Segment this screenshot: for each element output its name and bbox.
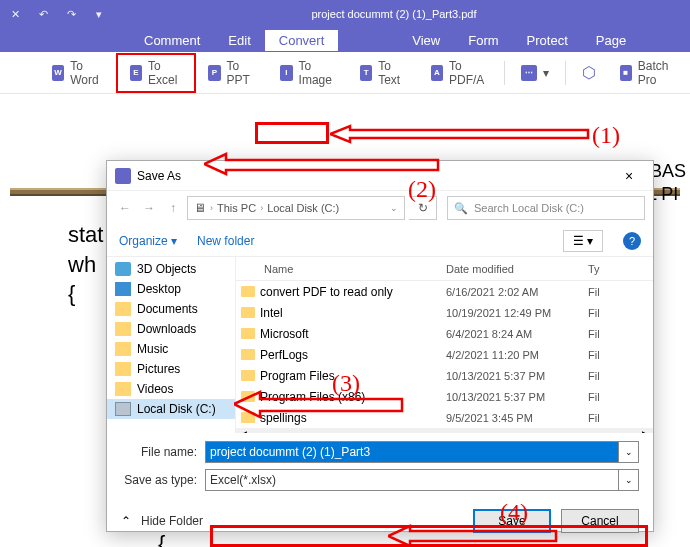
nav-back-button[interactable]: ← bbox=[115, 198, 135, 218]
menu-form[interactable]: Form bbox=[454, 30, 512, 51]
documents-icon bbox=[115, 302, 131, 316]
disk-icon bbox=[115, 402, 131, 416]
to-pdfa-button[interactable]: A To PDF/A bbox=[419, 55, 500, 91]
more-button[interactable]: ⋯▾ bbox=[509, 61, 561, 85]
view-options-button[interactable]: ☰ ▾ bbox=[563, 230, 603, 252]
file-list: Name Date modified Ty convert PDF to rea… bbox=[235, 257, 653, 433]
folder-icon bbox=[241, 286, 255, 297]
file-row[interactable]: PerfLogs4/2/2021 11:20 PMFil bbox=[236, 344, 653, 365]
hex-button[interactable]: ⬡ bbox=[570, 59, 608, 86]
sidebar-documents[interactable]: Documents bbox=[107, 299, 235, 319]
excel-icon: E bbox=[130, 65, 142, 81]
app-menu-icon[interactable]: ✕ bbox=[8, 7, 22, 21]
file-name: spellings bbox=[260, 411, 446, 425]
pc-icon: 🖥 bbox=[194, 201, 206, 215]
cancel-button[interactable]: Cancel bbox=[561, 509, 639, 533]
desktop-icon bbox=[115, 282, 131, 296]
breadcrumb[interactable]: 🖥 › This PC › Local Disk (C:) ⌄ bbox=[187, 196, 405, 220]
file-name: Program Files bbox=[260, 369, 446, 383]
sidebar-local-disk[interactable]: Local Disk (C:) bbox=[107, 399, 235, 419]
column-date[interactable]: Date modified bbox=[446, 263, 588, 275]
file-type: Fil bbox=[588, 328, 653, 340]
filename-input[interactable]: project docummt (2) (1)_Part3 bbox=[205, 441, 619, 463]
menu-convert[interactable]: Convert bbox=[265, 30, 339, 51]
nav-forward-button[interactable]: → bbox=[139, 198, 159, 218]
batch-button[interactable]: ■ Batch Pro bbox=[608, 55, 690, 91]
undo-icon[interactable]: ↶ bbox=[36, 7, 50, 21]
search-input[interactable]: 🔍 Search Local Disk (C:) bbox=[447, 196, 645, 220]
saveas-type-select[interactable]: Excel(*.xlsx) bbox=[205, 469, 619, 491]
sidebar-3d-objects[interactable]: 3D Objects bbox=[107, 259, 235, 279]
file-name: convert PDF to read only bbox=[260, 285, 446, 299]
save-button[interactable]: Save bbox=[473, 509, 551, 533]
redo-icon[interactable]: ↷ bbox=[64, 7, 78, 21]
file-row[interactable]: Microsoft6/4/2021 8:24 AMFil bbox=[236, 323, 653, 344]
menu-protect[interactable]: Protect bbox=[513, 30, 582, 51]
save-as-dialog: Save As × ← → ↑ 🖥 › This PC › Local Disk… bbox=[106, 160, 654, 532]
menu-edit[interactable]: Edit bbox=[214, 30, 264, 51]
folder-icon bbox=[241, 412, 255, 423]
saveas-type-label: Save as type: bbox=[121, 473, 205, 487]
file-type: Fil bbox=[588, 391, 653, 403]
sidebar-downloads[interactable]: Downloads bbox=[107, 319, 235, 339]
file-row[interactable]: Program Files10/13/2021 5:37 PMFil bbox=[236, 365, 653, 386]
hide-folders-button[interactable]: Hide Folder bbox=[141, 514, 203, 528]
menu-comment[interactable]: Comment bbox=[130, 30, 214, 51]
sidebar-videos[interactable]: Videos bbox=[107, 379, 235, 399]
new-folder-button[interactable]: New folder bbox=[197, 234, 254, 248]
crumb-this-pc[interactable]: This PC bbox=[217, 202, 256, 214]
folder-tree: 3D Objects Desktop Documents Downloads M… bbox=[107, 257, 235, 433]
file-type: Fil bbox=[588, 370, 653, 382]
horizontal-scrollbar[interactable]: ◀▶ bbox=[236, 428, 653, 433]
sidebar-desktop[interactable]: Desktop bbox=[107, 279, 235, 299]
annotation-box-1 bbox=[255, 122, 329, 144]
to-text-button[interactable]: T To Text bbox=[348, 55, 419, 91]
to-excel-label: To Excel bbox=[148, 59, 182, 87]
folder-icon bbox=[241, 391, 255, 402]
column-name[interactable]: Name bbox=[236, 263, 446, 275]
sidebar-music[interactable]: Music bbox=[107, 339, 235, 359]
hexagon-icon: ⬡ bbox=[582, 63, 596, 82]
to-ppt-button[interactable]: P To PPT bbox=[196, 55, 268, 91]
to-image-button[interactable]: I To Image bbox=[268, 55, 348, 91]
file-row[interactable]: spellings9/5/2021 3:45 PMFil bbox=[236, 407, 653, 428]
file-date: 6/4/2021 8:24 AM bbox=[446, 328, 588, 340]
file-date: 4/2/2021 11:20 PM bbox=[446, 349, 588, 361]
annotation-arrow-1 bbox=[330, 124, 590, 144]
downloads-icon bbox=[115, 322, 131, 336]
filename-dropdown[interactable]: ⌄ bbox=[619, 441, 639, 463]
file-row[interactable]: Intel10/19/2021 12:49 PMFil bbox=[236, 302, 653, 323]
image-icon: I bbox=[280, 65, 292, 81]
close-button[interactable]: × bbox=[613, 168, 645, 184]
file-date: 10/13/2021 5:37 PM bbox=[446, 370, 588, 382]
menu-view[interactable]: View bbox=[398, 30, 454, 51]
to-ppt-label: To PPT bbox=[227, 59, 257, 87]
refresh-button[interactable]: ↻ bbox=[409, 196, 437, 220]
dropdown-icon[interactable]: ▾ bbox=[92, 7, 106, 21]
more-icon: ⋯ bbox=[521, 65, 537, 81]
to-image-label: To Image bbox=[299, 59, 337, 87]
sidebar-pictures[interactable]: Pictures bbox=[107, 359, 235, 379]
file-type: Fil bbox=[588, 286, 653, 298]
file-row[interactable]: Program Files (x86)10/13/2021 5:37 PMFil bbox=[236, 386, 653, 407]
nav-up-button[interactable]: ↑ bbox=[163, 198, 183, 218]
to-word-button[interactable]: W To Word bbox=[40, 55, 116, 91]
help-button[interactable]: ? bbox=[623, 232, 641, 250]
crumb-disk[interactable]: Local Disk (C:) bbox=[267, 202, 339, 214]
file-date: 10/19/2021 12:49 PM bbox=[446, 307, 588, 319]
ppt-icon: P bbox=[208, 65, 220, 81]
chevron-down-icon[interactable]: ⌄ bbox=[390, 203, 398, 213]
word-icon: W bbox=[52, 65, 64, 81]
file-date: 10/13/2021 5:37 PM bbox=[446, 391, 588, 403]
toolbar-separator bbox=[565, 61, 566, 85]
menu-page[interactable]: Page bbox=[582, 30, 640, 51]
chevron-right-icon: › bbox=[210, 203, 213, 213]
organize-button[interactable]: Organize ▾ bbox=[119, 234, 177, 248]
file-type: Fil bbox=[588, 349, 653, 361]
saveas-type-dropdown[interactable]: ⌄ bbox=[619, 469, 639, 491]
filename-label: File name: bbox=[121, 445, 205, 459]
file-row[interactable]: convert PDF to read only6/16/2021 2:02 A… bbox=[236, 281, 653, 302]
column-type[interactable]: Ty bbox=[588, 263, 653, 275]
to-excel-button[interactable]: E To Excel bbox=[116, 53, 197, 93]
file-type: Fil bbox=[588, 412, 653, 424]
